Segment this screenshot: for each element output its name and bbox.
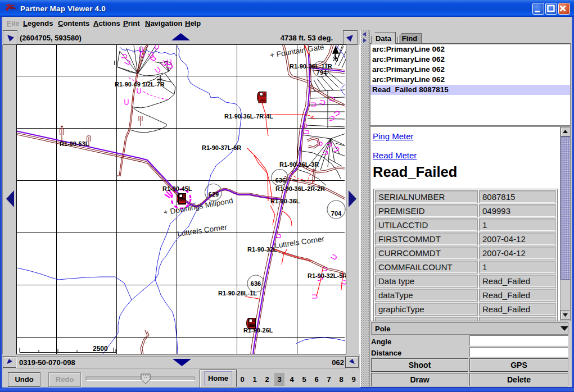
svg-text:629: 629 [209, 191, 219, 198]
svg-text:R1-90-45L: R1-90-45L [162, 185, 192, 192]
svg-text:+ Downings Millpond: + Downings Millpond [163, 196, 234, 216]
svg-text:704: 704 [331, 210, 342, 217]
svg-text:R1-90-26L: R1-90-26L [243, 327, 273, 334]
svg-text:636: 636 [251, 280, 261, 287]
svg-text:Luttrels Corner: Luttrels Corner [274, 235, 325, 250]
svg-text:R1-90-32L-5R: R1-90-32L-5R [308, 272, 346, 279]
svg-text:R1-90-36L: R1-90-36L [270, 198, 300, 204]
svg-text:Luttrels Corner: Luttrels Corner [177, 223, 228, 238]
svg-text:R1-90-28L-1L: R1-90-28L-1L [218, 290, 257, 297]
svg-text:R1-90-49 1/2L-7R: R1-90-49 1/2L-7R [115, 81, 165, 88]
svg-text:R1-90-32L: R1-90-32L [247, 246, 277, 253]
svg-text:R1-90-36L-2R-2R: R1-90-36L-2R-2R [275, 185, 325, 192]
svg-text:636: 636 [275, 177, 286, 184]
svg-text:794: 794 [317, 69, 327, 76]
svg-text:R1-90-53L: R1-90-53L [60, 140, 89, 147]
svg-text:R1-90-36L-3R: R1-90-36L-3R [279, 161, 319, 168]
svg-text:R1-90-36L-7R-4L: R1-90-36L-7R-4L [224, 113, 273, 120]
svg-text:2500: 2500 [93, 345, 108, 353]
svg-text:R1-90-37L-6R: R1-90-37L-6R [202, 144, 241, 151]
